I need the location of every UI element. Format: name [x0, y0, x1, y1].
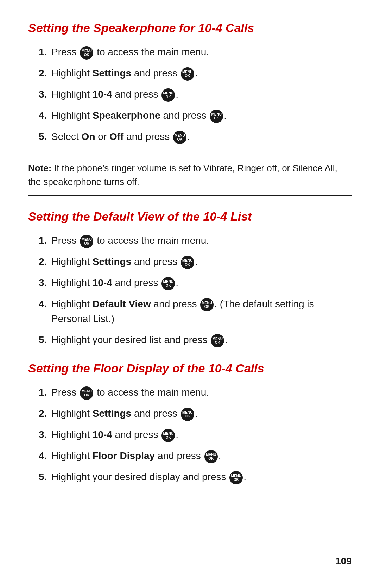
- menu-ok-icon: MENUOK: [80, 235, 93, 248]
- step-number: 4.: [39, 297, 49, 311]
- bold-text: Settings: [93, 256, 131, 267]
- step-item: 4.Highlight Speakerphone and press MENUO…: [35, 108, 352, 123]
- bold-text: On: [82, 131, 95, 142]
- bold-text: Off: [109, 131, 124, 142]
- menu-ok-icon: MENUOK: [200, 298, 214, 311]
- section-title-speakerphone: Setting the Speakerphone for 10-4 Calls: [28, 21, 352, 35]
- step-item: 4.Highlight Floor Display and press MENU…: [35, 448, 352, 463]
- bold-text: 10-4: [93, 89, 112, 100]
- step-number: 3.: [39, 427, 49, 442]
- step-number: 2.: [39, 66, 49, 81]
- step-content: Press MENUOK to access the main menu.: [51, 45, 352, 60]
- bold-text: Settings: [93, 68, 131, 79]
- step-content: Highlight Settings and press MENUOK.: [51, 254, 352, 269]
- step-item: 3.Highlight 10-4 and press MENUOK.: [35, 427, 352, 442]
- steps-list-floordisplay: 1.Press MENUOK to access the main menu.2…: [35, 385, 352, 484]
- menu-ok-icon: MENUOK: [162, 277, 175, 290]
- step-number: 3.: [39, 87, 49, 102]
- step-number: 1.: [39, 233, 49, 248]
- steps-list-defaultview: 1.Press MENUOK to access the main menu.2…: [35, 233, 352, 347]
- step-item: 1.Press MENUOK to access the main menu.: [35, 45, 352, 60]
- menu-ok-icon: MENUOK: [80, 386, 93, 400]
- step-item: 5.Highlight your desired list and press …: [35, 333, 352, 347]
- menu-ok-icon: MENUOK: [162, 429, 175, 442]
- menu-ok-icon: MENUOK: [173, 131, 186, 144]
- step-content: Highlight your desired display and press…: [51, 470, 352, 484]
- step-item: 2.Highlight Settings and press MENUOK.: [35, 254, 352, 269]
- menu-ok-icon: MENUOK: [80, 46, 93, 60]
- section-defaultview: Setting the Default View of the 10-4 Lis…: [28, 210, 352, 347]
- step-item: 3.Highlight 10-4 and press MENUOK.: [35, 276, 352, 290]
- section-title-floordisplay: Setting the Floor Display of the 10-4 Ca…: [28, 361, 352, 375]
- menu-ok-icon: MENUOK: [204, 450, 218, 463]
- menu-ok-icon: MENUOK: [162, 88, 175, 102]
- step-content: Highlight 10-4 and press MENUOK.: [51, 87, 352, 102]
- section-floordisplay: Setting the Floor Display of the 10-4 Ca…: [28, 361, 352, 484]
- step-number: 5.: [39, 129, 49, 144]
- step-content: Highlight 10-4 and press MENUOK.: [51, 276, 352, 290]
- step-content: Select On or Off and press MENUOK.: [51, 129, 352, 144]
- step-content: Highlight Speakerphone and press MENUOK.: [51, 108, 352, 123]
- bold-text: Default View: [93, 298, 151, 309]
- step-number: 1.: [39, 385, 49, 400]
- step-number: 1.: [39, 45, 49, 60]
- step-item: 5.Select On or Off and press MENUOK.: [35, 129, 352, 144]
- step-content: Press MENUOK to access the main menu.: [51, 233, 352, 248]
- bold-text: Speakerphone: [93, 110, 160, 121]
- step-number: 2.: [39, 406, 49, 421]
- page-number: 109: [335, 556, 352, 567]
- menu-ok-icon: MENUOK: [181, 408, 194, 421]
- step-number: 5.: [39, 333, 49, 347]
- step-number: 4.: [39, 448, 49, 463]
- step-item: 5.Highlight your desired display and pre…: [35, 470, 352, 484]
- note-label: Note:: [28, 163, 51, 173]
- section-title-defaultview: Setting the Default View of the 10-4 Lis…: [28, 210, 352, 223]
- step-number: 2.: [39, 254, 49, 269]
- menu-ok-icon: MENUOK: [181, 256, 194, 269]
- step-content: Highlight Settings and press MENUOK.: [51, 406, 352, 421]
- step-item: 2.Highlight Settings and press MENUOK.: [35, 406, 352, 421]
- step-number: 5.: [39, 470, 49, 484]
- menu-ok-icon: MENUOK: [229, 471, 243, 484]
- menu-ok-icon: MENUOK: [211, 334, 224, 347]
- bold-text: Settings: [93, 408, 131, 419]
- step-number: 3.: [39, 276, 49, 290]
- step-content: Highlight 10-4 and press MENUOK.: [51, 427, 352, 442]
- step-item: 2.Highlight Settings and press MENUOK.: [35, 66, 352, 81]
- menu-ok-icon: MENUOK: [210, 110, 223, 123]
- bold-text: Floor Display: [93, 450, 155, 461]
- step-item: 3.Highlight 10-4 and press MENUOK.: [35, 87, 352, 102]
- step-content: Press MENUOK to access the main menu.: [51, 385, 352, 400]
- step-item: 4.Highlight Default View and press MENUO…: [35, 297, 352, 326]
- step-number: 4.: [39, 108, 49, 123]
- step-content: Highlight Settings and press MENUOK.: [51, 66, 352, 81]
- menu-ok-icon: MENUOK: [181, 67, 194, 81]
- bold-text: 10-4: [93, 277, 112, 288]
- section-speakerphone: Setting the Speakerphone for 10-4 Calls1…: [28, 21, 352, 196]
- step-item: 1.Press MENUOK to access the main menu.: [35, 233, 352, 248]
- note-box: Note: If the phone’s ringer volume is se…: [28, 155, 352, 196]
- steps-list-speakerphone: 1.Press MENUOK to access the main menu.2…: [35, 45, 352, 144]
- step-content: Highlight Default View and press MENUOK.…: [51, 297, 352, 326]
- bold-text: 10-4: [93, 429, 112, 440]
- step-item: 1.Press MENUOK to access the main menu.: [35, 385, 352, 400]
- step-content: Highlight Floor Display and press MENUOK…: [51, 448, 352, 463]
- step-content: Highlight your desired list and press ME…: [51, 333, 352, 347]
